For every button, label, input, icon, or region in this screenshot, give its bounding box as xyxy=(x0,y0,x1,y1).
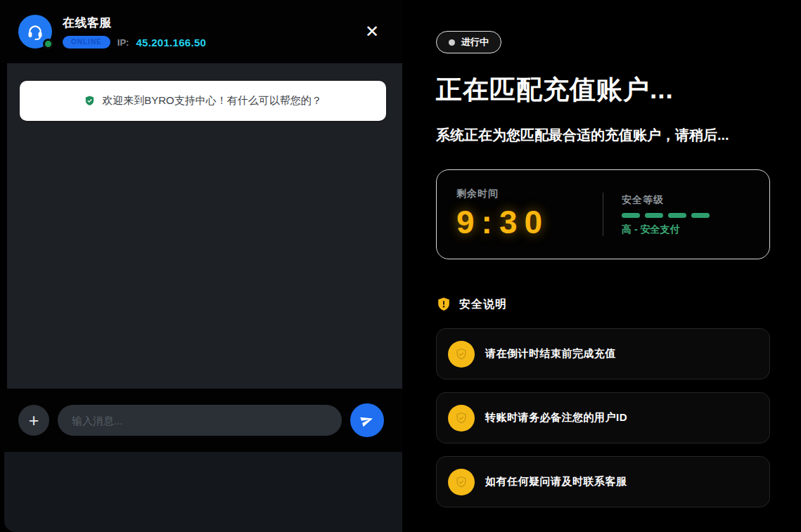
send-button[interactable] xyxy=(350,403,384,437)
ip-label: IP: xyxy=(117,37,129,48)
countdown-value: 9:30 xyxy=(456,203,603,241)
chat-title: 在线客服 xyxy=(63,15,360,31)
status-badge-label: 进行中 xyxy=(461,36,489,48)
chat-subheader: ONLINE IP: 45.201.166.50 xyxy=(63,36,360,48)
security-level-label: 安全等级 xyxy=(622,194,710,207)
app-root: 在线客服 ONLINE IP: 45.201.166.50 ✕ 欢迎来到BYRO… xyxy=(0,0,801,532)
ip-value: 45.201.166.50 xyxy=(136,37,206,48)
tip-text: 如有任何疑问请及时联系客服 xyxy=(485,475,627,488)
match-panel: 进行中 正在匹配充值账户... 系统正在为您匹配最合适的充值账户，请稍后... … xyxy=(404,0,800,532)
tip-card: 转账时请务必备注您的用户ID xyxy=(436,392,770,443)
chat-panel: 在线客服 ONLINE IP: 45.201.166.50 ✕ 欢迎来到BYRO… xyxy=(0,0,404,532)
tip-card: 请在倒计时结束前完成充值 xyxy=(436,328,770,379)
level-bar xyxy=(691,213,710,218)
close-icon[interactable]: ✕ xyxy=(360,20,384,44)
shield-circle-icon xyxy=(448,469,475,495)
level-bar xyxy=(645,213,663,218)
message-input[interactable] xyxy=(58,405,342,436)
vertical-divider xyxy=(603,193,603,236)
page-background-panel xyxy=(4,452,402,532)
tip-text: 请在倒计时结束前完成充值 xyxy=(485,347,616,361)
chat-header: 在线客服 ONLINE IP: 45.201.166.50 ✕ xyxy=(0,0,402,63)
countdown-label: 剩余时间 xyxy=(456,188,603,200)
status-badge: 进行中 xyxy=(436,31,501,53)
security-section-header: 安全说明 xyxy=(436,297,770,312)
chat-input-bar: + xyxy=(0,389,402,452)
security-level-bars xyxy=(622,213,710,218)
shield-check-icon xyxy=(84,95,96,107)
shield-circle-icon xyxy=(448,341,475,368)
welcome-message-bubble: 欢迎来到BYRO支持中心！有什么可以帮您的？ xyxy=(20,81,386,121)
tip-card: 如有任何疑问请及时联系客服 xyxy=(436,456,770,507)
welcome-message-text: 欢迎来到BYRO支持中心！有什么可以帮您的？ xyxy=(102,94,322,108)
status-dot-icon xyxy=(449,39,455,46)
security-level-value: 高 - 安全支付 xyxy=(622,223,710,236)
attach-plus-button[interactable]: + xyxy=(18,405,49,436)
level-bar xyxy=(622,213,640,218)
countdown-block: 剩余时间 9:30 xyxy=(456,188,603,241)
level-bar xyxy=(668,213,686,218)
timer-card: 剩余时间 9:30 安全等级 高 - 安全支付 xyxy=(436,169,770,259)
security-level-block: 安全等级 高 - 安全支付 xyxy=(622,193,710,236)
agent-avatar xyxy=(18,15,52,48)
security-section-title: 安全说明 xyxy=(459,297,507,312)
agent-info: 在线客服 ONLINE IP: 45.201.166.50 xyxy=(63,15,360,48)
shield-circle-icon xyxy=(448,405,475,432)
shield-alert-icon xyxy=(436,297,451,312)
online-status-dot xyxy=(43,39,53,49)
page-subtitle: 系统正在为您匹配最合适的充值账户，请稍后... xyxy=(436,126,770,145)
page-title: 正在匹配充值账户... xyxy=(436,72,770,108)
tip-text: 转账时请务必备注您的用户ID xyxy=(485,411,627,424)
chat-message-area: 欢迎来到BYRO支持中心！有什么可以帮您的？ xyxy=(7,63,402,389)
security-tips-list: 请在倒计时结束前完成充值 转账时请务必备注您的用户ID xyxy=(436,328,770,507)
online-badge: ONLINE xyxy=(63,36,110,48)
paper-plane-icon xyxy=(360,413,374,427)
